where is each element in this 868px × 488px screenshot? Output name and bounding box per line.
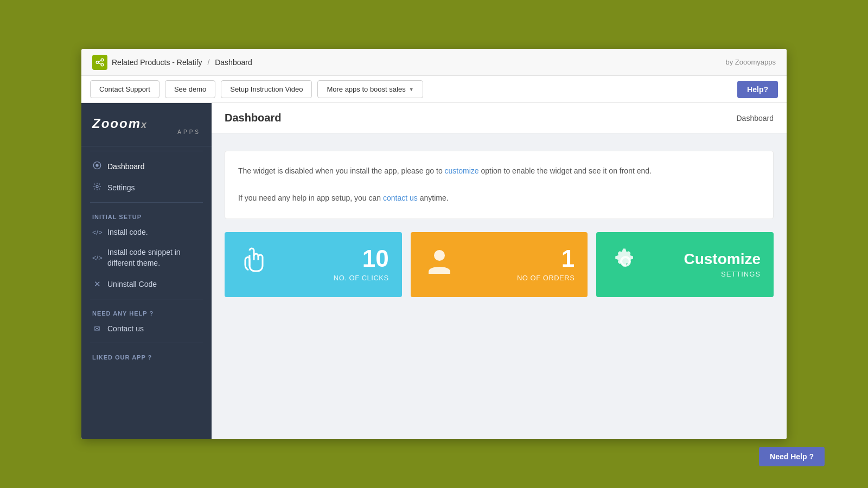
uninstall-icon: ✕ xyxy=(92,279,102,289)
hand-pointer-icon xyxy=(238,245,270,284)
contact-us-link[interactable]: contact us xyxy=(383,194,418,202)
sidebar-dashboard-label: Dashboard xyxy=(107,162,145,171)
app-name: Related Products - Relatify xyxy=(112,58,202,67)
customize-value-block: Customize SETTINGS xyxy=(684,251,761,278)
svg-line-3 xyxy=(99,60,101,61)
liked-app-label: LIKED OUR APP ? xyxy=(81,348,212,363)
customize-gear-icon xyxy=(609,245,642,284)
content-body: The widget is disabled when you install … xyxy=(212,142,787,314)
sidebar-item-contact[interactable]: ✉ Contact us xyxy=(81,319,212,338)
svg-point-8 xyxy=(434,250,445,261)
customize-settings-label: SETTINGS xyxy=(684,270,761,278)
svg-point-0 xyxy=(96,61,99,63)
page-title: Dashboard xyxy=(225,112,281,124)
sidebar-item-install-code[interactable]: </> Install code. xyxy=(81,222,212,242)
app-logo-icon xyxy=(92,55,107,70)
sidebar-item-settings[interactable]: Settings xyxy=(81,177,212,198)
contact-support-button[interactable]: Contact Support xyxy=(90,80,159,98)
by-text: by Zooomyapps xyxy=(726,58,776,66)
sidebar-item-dashboard[interactable]: Dashboard xyxy=(81,156,212,177)
customize-link[interactable]: customize xyxy=(445,166,479,175)
orders-label: NO OF ORDERS xyxy=(517,274,575,282)
svg-line-4 xyxy=(99,63,101,64)
uninstall-label: Uninstall Code xyxy=(107,280,157,288)
clicks-value-block: 10 NO. OF CLICKS xyxy=(334,247,389,282)
svg-point-1 xyxy=(101,59,104,61)
sidebar: Zooomx APPS Dashboard xyxy=(81,103,212,439)
nav-bar: Contact Support See demo Setup Instructi… xyxy=(81,76,787,103)
settings-icon xyxy=(92,182,102,192)
content-header: Dashboard Dashboard xyxy=(212,103,787,133)
setup-instruction-button[interactable]: Setup Instruction Video xyxy=(221,80,312,98)
svg-point-2 xyxy=(101,63,104,66)
code-icon-2: </> xyxy=(92,254,102,262)
install-snippet-label: Install code snippet in different theme. xyxy=(107,247,201,268)
initial-setup-label: INITIAL SETUP xyxy=(81,207,212,222)
breadcrumb-current: Dashboard xyxy=(215,58,252,67)
clicks-label: NO. OF CLICKS xyxy=(334,274,389,282)
svg-point-6 xyxy=(95,164,98,166)
install-code-label: Install code. xyxy=(107,228,148,236)
code-icon-1: </> xyxy=(92,228,102,236)
sidebar-item-install-snippet[interactable]: </> Install code snippet in different th… xyxy=(81,242,212,274)
info-text-2: If you need any help in app setup, you c… xyxy=(238,191,760,205)
contact-us-label: Contact us xyxy=(107,324,144,333)
orders-card[interactable]: 1 NO OF ORDERS xyxy=(411,232,588,297)
need-help-label: NEED ANY HELP ? xyxy=(81,304,212,319)
clicks-card[interactable]: 10 NO. OF CLICKS xyxy=(225,232,402,297)
nav-bar-left: Contact Support See demo Setup Instructi… xyxy=(90,80,423,98)
info-text-1: The widget is disabled when you install … xyxy=(238,164,760,178)
logo-text: Zooomx APPS xyxy=(92,116,201,135)
top-bar: Related Products - Relatify / Dashboard … xyxy=(81,49,787,76)
breadcrumb-separator: / xyxy=(207,58,209,67)
customize-title: Customize xyxy=(684,251,761,268)
customize-card[interactable]: Customize SETTINGS xyxy=(596,232,774,297)
dashboard-icon xyxy=(92,161,102,171)
need-help-button[interactable]: Need Help ? xyxy=(759,447,825,466)
sidebar-logo: Zooomx APPS xyxy=(81,103,212,146)
clicks-number: 10 xyxy=(334,247,389,271)
app-container: Related Products - Relatify / Dashboard … xyxy=(81,49,787,439)
orders-value-block: 1 NO OF ORDERS xyxy=(517,247,575,282)
top-bar-left: Related Products - Relatify / Dashboard xyxy=(92,55,252,70)
content-area: Dashboard Dashboard The widget is disabl… xyxy=(212,103,787,439)
orders-number: 1 xyxy=(517,247,575,271)
main-layout: Zooomx APPS Dashboard xyxy=(81,103,787,439)
breadcrumb: Related Products - Relatify / Dashboard xyxy=(112,58,252,67)
stats-row: 10 NO. OF CLICKS 1 xyxy=(225,232,774,297)
email-icon: ✉ xyxy=(92,324,102,333)
more-apps-button[interactable]: More apps to boost sales xyxy=(317,80,423,98)
breadcrumb-right: Dashboard xyxy=(737,114,774,123)
see-demo-button[interactable]: See demo xyxy=(165,80,215,98)
info-box: The widget is disabled when you install … xyxy=(225,151,774,219)
sidebar-settings-label: Settings xyxy=(107,183,135,192)
svg-point-7 xyxy=(96,185,98,188)
sidebar-item-uninstall[interactable]: ✕ Uninstall Code xyxy=(81,274,212,294)
person-icon xyxy=(424,246,455,284)
help-button[interactable]: Help? xyxy=(737,81,778,98)
